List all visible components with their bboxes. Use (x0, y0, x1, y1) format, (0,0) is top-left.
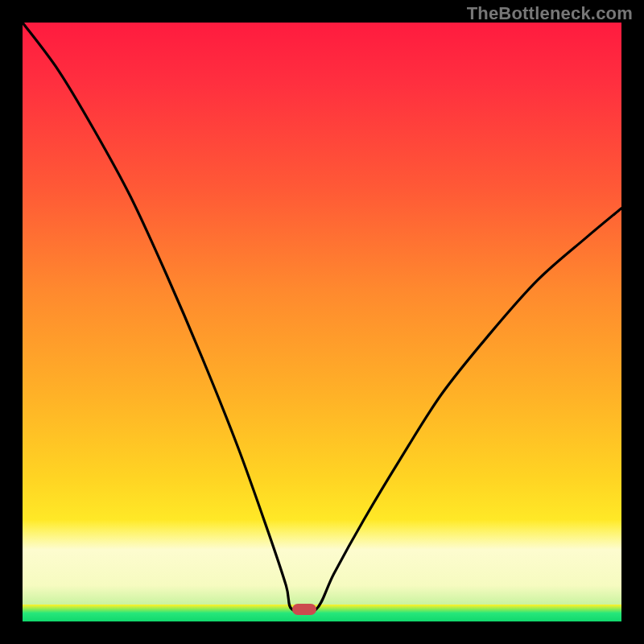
plot-area (23, 23, 621, 621)
bottleneck-curve (23, 23, 621, 621)
watermark-text: TheBottleneck.com (467, 3, 633, 24)
chart-frame: TheBottleneck.com (0, 0, 644, 644)
optimum-marker (292, 604, 316, 615)
curve-path (23, 23, 621, 613)
